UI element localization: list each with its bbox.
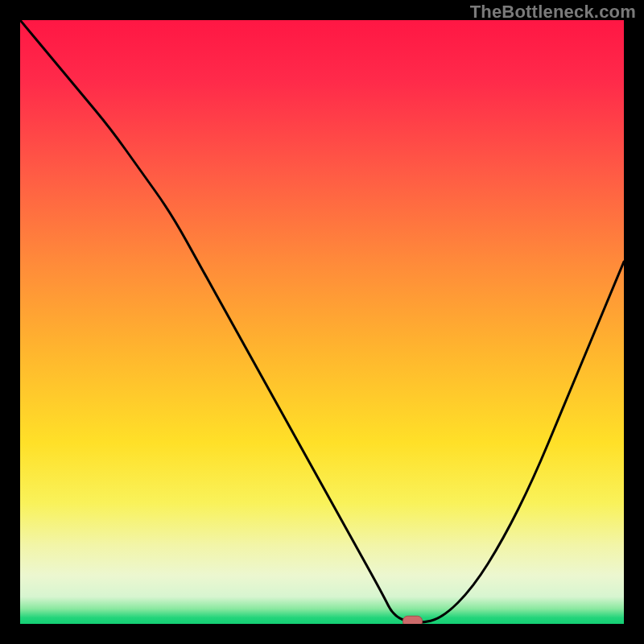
plot-area [20,20,624,624]
optimal-point-marker [403,616,423,624]
gradient-background [20,20,624,624]
bottleneck-chart [20,20,624,624]
chart-frame: TheBottleneck.com [0,0,644,644]
watermark-text: TheBottleneck.com [470,2,636,23]
